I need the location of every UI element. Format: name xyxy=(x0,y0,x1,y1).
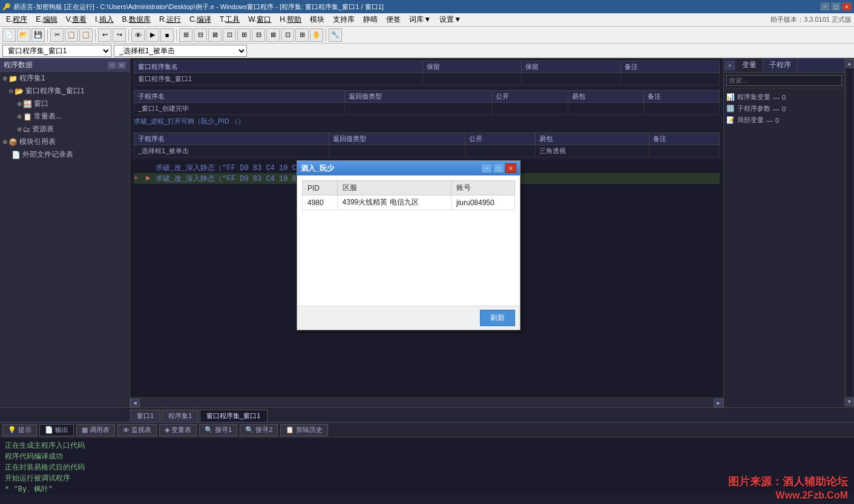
toolbar-b8[interactable]: ⊡ xyxy=(281,28,294,42)
dialog-content: PID 区服 账号 4980 4399火线精英 电信九区 jiuru084950 xyxy=(297,175,520,306)
toolbar-b4[interactable]: ⊡ xyxy=(223,28,236,42)
menu-tools[interactable]: T.工具 xyxy=(216,13,243,26)
menu-edit[interactable]: E.编辑 xyxy=(32,13,61,26)
program-vars-sep: — xyxy=(773,94,780,101)
toolbar-copy[interactable]: 📋 xyxy=(65,28,78,42)
sidebar-item-window-program-set[interactable]: ⊖ 📂 窗口程序集_窗口1 xyxy=(0,85,130,97)
toolbar-b7[interactable]: ⊠ xyxy=(266,28,280,42)
toolbar-b1[interactable]: ⊞ xyxy=(179,28,192,42)
menu-settings[interactable]: 设置▼ xyxy=(436,13,465,26)
sidebar-item-modules[interactable]: ⊕ 📦 模块引用表 xyxy=(0,136,130,148)
toolbar-paste[interactable]: 📋 xyxy=(79,28,93,42)
code-tab-window-program-set[interactable]: 窗口程序集_窗口1 xyxy=(200,410,267,422)
td-sub-name3-val[interactable]: _选择框1_被单击 xyxy=(134,145,329,157)
toolbar-b5[interactable]: ⊞ xyxy=(237,28,251,42)
sidebar-item-resources[interactable]: ⊕ 🗂 资源表 xyxy=(0,123,130,136)
scroll-left-btn[interactable]: ◄ xyxy=(130,399,140,407)
td-sub-name2-val[interactable]: _窗口1_创建完毕 xyxy=(134,103,345,115)
menu-module[interactable]: 模块 xyxy=(306,13,328,26)
rpanel-content: 📊 程序集变量 — 0 🔢 子程序参数 — 0 📝 局部变量 — 0 xyxy=(724,89,844,407)
scroll-right-btn[interactable]: ► xyxy=(714,399,723,407)
code-label2: 求破_进程_打开可柄（阮少_PID （） xyxy=(134,117,720,126)
toolbar-b2[interactable]: ⊟ xyxy=(194,28,207,42)
v-scroll-track[interactable] xyxy=(847,69,853,396)
toolbar-stop[interactable]: ■ xyxy=(160,28,174,42)
menu-help[interactable]: H.帮助 xyxy=(276,13,305,26)
expand-icon-6: ⊕ xyxy=(2,139,7,145)
minimize-button[interactable]: － xyxy=(820,2,830,11)
th-window-set-name: 窗口程序集名 xyxy=(134,61,423,73)
bottom-tab-var-table[interactable]: ◈ 变量表 xyxy=(159,424,197,436)
rpanel-tab-subroutines[interactable]: 子程序 xyxy=(763,58,798,72)
menu-view[interactable]: V.查看 xyxy=(62,13,90,26)
toolbar-new[interactable]: 📄 xyxy=(2,28,16,42)
toolbar-b9[interactable]: ⊞ xyxy=(295,28,309,42)
h-scroll-track[interactable] xyxy=(141,400,712,406)
dialog-min-btn[interactable]: － xyxy=(481,163,492,173)
rpanel-search-input[interactable] xyxy=(726,75,842,86)
bottom-tab-hint[interactable]: 💡 提示 xyxy=(2,424,37,436)
bottom-tab-clipboard[interactable]: 📋 剪辑历史 xyxy=(280,424,328,436)
menu-compile[interactable]: C.编译 xyxy=(186,13,215,26)
td-public2-val xyxy=(492,103,568,115)
sidebar-item-program-set[interactable]: ⊕ 📁 程序集1 xyxy=(0,72,130,85)
menu-db[interactable]: B.数据库 xyxy=(119,13,154,26)
combo-subroutine[interactable]: _选择框1_被单击 xyxy=(114,45,247,57)
code-tab-program-set1[interactable]: 程序集1 xyxy=(162,410,199,422)
maximize-button[interactable]: □ xyxy=(831,2,841,11)
menu-jingqing[interactable]: 静晴 xyxy=(360,13,381,26)
toolbar-run[interactable]: ▶ xyxy=(146,28,159,42)
bottom-tab-call-table[interactable]: ▦ 调用表 xyxy=(76,424,115,436)
rpanel-tab-variables[interactable]: 变量 xyxy=(736,58,763,72)
toolbar-b3[interactable]: ⊠ xyxy=(208,28,222,42)
menu-support[interactable]: 支持库 xyxy=(329,13,358,26)
toolbar-cut[interactable]: ✂ xyxy=(50,28,64,42)
combo-program-set[interactable]: 窗口程序集_窗口1 xyxy=(2,45,111,57)
bottom-tab-output[interactable]: 📄 输出 xyxy=(39,424,74,436)
dialog-close-btn[interactable]: × xyxy=(505,163,516,173)
dialog-refresh-btn[interactable]: 刷新 xyxy=(480,310,515,326)
bottom-tab-search2[interactable]: 🔍 搜寻2 xyxy=(240,424,278,436)
dialog-empty-area xyxy=(302,210,515,301)
title-text: 易语言-加密狗板 [正在运行] - C:\Users\Administrator… xyxy=(13,2,384,11)
menu-program[interactable]: E.程序 xyxy=(2,13,31,26)
toolbar-save[interactable]: 💾 xyxy=(31,28,45,42)
sidebar-item-constants[interactable]: ⊕ 📋 常量表... xyxy=(0,110,130,123)
menu-dict[interactable]: 词库▼ xyxy=(406,13,435,26)
menu-note[interactable]: 便签 xyxy=(383,13,404,26)
toolbar-view[interactable]: 👁 xyxy=(131,28,145,42)
td-window-set-value[interactable]: 窗口程序集_窗口1 xyxy=(134,73,423,85)
toolbar-b6[interactable]: ⊟ xyxy=(252,28,265,42)
th-return-type2: 返回值类型 xyxy=(345,91,492,103)
scroll-up-btn[interactable]: ▲ xyxy=(846,59,854,68)
expand-icon-4: ⊕ xyxy=(17,113,22,120)
toolbar-undo[interactable]: ↩ xyxy=(98,28,111,42)
close-button[interactable]: × xyxy=(842,2,852,11)
td-reserved1-val xyxy=(423,73,522,85)
menu-window[interactable]: W.窗口 xyxy=(245,13,275,26)
expand-panel-btn[interactable]: » xyxy=(725,61,735,70)
code-tab-window1[interactable]: 窗口1 xyxy=(130,410,160,422)
toolbar-open[interactable]: 📂 xyxy=(17,28,30,42)
sidebar-minimize[interactable]: － xyxy=(108,62,116,69)
search1-icon: 🔍 xyxy=(205,426,213,434)
h-scrollbar[interactable]: ◄ ► xyxy=(130,398,723,407)
th-public3: 公开 xyxy=(465,133,535,145)
sidebar-close[interactable]: × xyxy=(117,62,126,69)
toolbar-hand[interactable]: ✋ xyxy=(310,28,323,42)
call-table-icon: ▦ xyxy=(82,426,88,434)
scroll-down-btn[interactable]: ▼ xyxy=(846,398,854,406)
toolbar-extra[interactable]: 🔧 xyxy=(329,28,342,42)
th-notes1: 备注 xyxy=(620,61,719,73)
menu-insert[interactable]: I.插入 xyxy=(91,13,117,26)
bottom-tab-watch[interactable]: 👁 监视表 xyxy=(117,424,157,436)
dialog-row-1: 4980 4399火线精英 电信九区 jiuru084950 xyxy=(303,195,515,210)
menu-run[interactable]: R.运行 xyxy=(156,13,185,26)
bottom-tab-search1[interactable]: 🔍 搜寻1 xyxy=(199,424,237,436)
sidebar-item-window[interactable]: ⊕ 🪟 窗口 xyxy=(0,97,130,110)
dialog-max-btn[interactable]: □ xyxy=(493,163,504,173)
sidebar-item-external[interactable]: 📄 外部文件记录表 xyxy=(0,148,130,161)
toolbar-redo[interactable]: ↪ xyxy=(113,28,126,42)
th-notes2: 备注 xyxy=(643,91,719,103)
expand-icon-1: ⊕ xyxy=(2,75,7,82)
